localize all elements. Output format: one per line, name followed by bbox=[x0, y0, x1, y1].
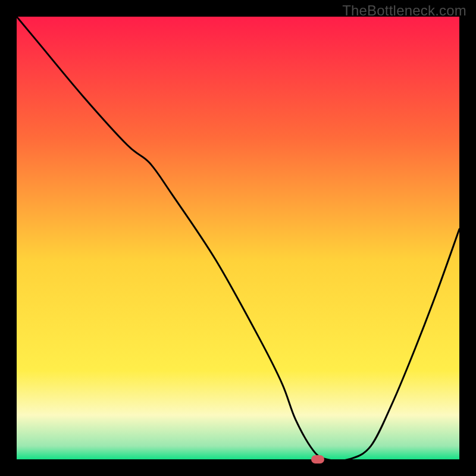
chart-marker bbox=[311, 455, 324, 464]
stage: TheBottleneck.com bbox=[0, 0, 476, 476]
watermark-text: TheBottleneck.com bbox=[342, 2, 466, 19]
chart-curve bbox=[17, 17, 459, 459]
chart-plot-area bbox=[17, 17, 459, 459]
